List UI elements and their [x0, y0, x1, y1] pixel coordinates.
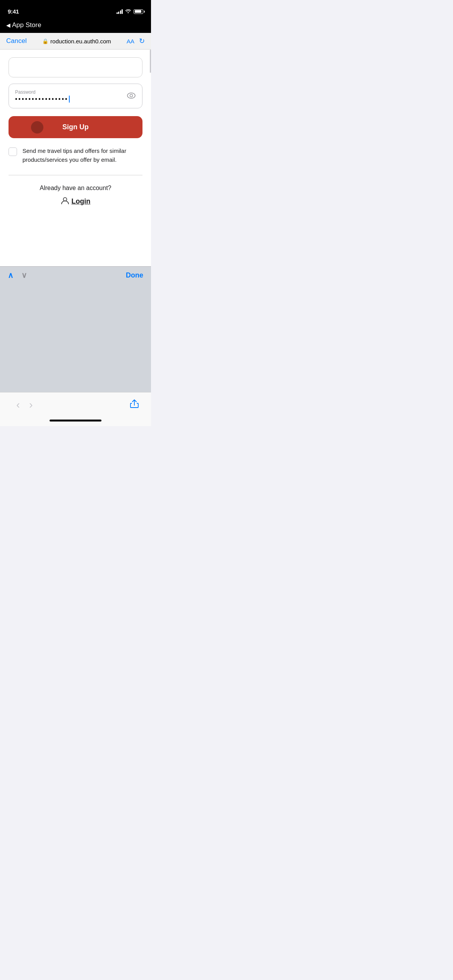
- browser-controls: AA ↻: [127, 37, 145, 45]
- login-link[interactable]: Login: [72, 197, 91, 206]
- keyboard-next-button[interactable]: ∨: [21, 271, 27, 280]
- status-icons: [117, 9, 144, 14]
- status-time: 9:41: [8, 8, 19, 15]
- signup-button[interactable]: Sign Up: [9, 116, 142, 138]
- keyboard-area: [0, 284, 151, 392]
- lock-icon: 🔒: [42, 38, 48, 44]
- keyboard-toolbar: ∧ ∨ Done: [0, 266, 151, 284]
- home-indicator: [0, 416, 151, 426]
- marketing-checkbox-row: Send me travel tips and offers for simil…: [9, 147, 142, 164]
- keyboard-nav-arrows: ∧ ∨: [8, 271, 27, 280]
- password-label: Password: [15, 89, 127, 95]
- login-row: Login: [9, 196, 142, 207]
- password-input-inner: Password ••••••••••••••••: [15, 89, 127, 103]
- browser-bar: Cancel 🔒 roduction.eu.auth0.com AA ↻: [0, 33, 151, 50]
- keyboard-prev-button[interactable]: ∧: [8, 271, 14, 280]
- signal-icon: [117, 9, 123, 14]
- appstore-navbar: ◀ App Store: [0, 18, 151, 33]
- browser-cancel-button[interactable]: Cancel: [6, 37, 27, 45]
- marketing-checkbox[interactable]: [9, 147, 17, 156]
- browser-url-container: 🔒 roduction.eu.auth0.com: [31, 38, 122, 45]
- forward-button[interactable]: ›: [24, 397, 37, 413]
- back-arrow-icon: ◀: [6, 22, 10, 28]
- marketing-label: Send me travel tips and offers for simil…: [22, 147, 142, 164]
- bottom-bar: ‹ ›: [0, 392, 151, 416]
- web-content: Password •••••••••••••••• Sign Up Send m…: [0, 50, 151, 266]
- password-toggle-icon[interactable]: [127, 92, 136, 101]
- keyboard-done-button[interactable]: Done: [126, 271, 143, 279]
- already-account-text: Already have an account?: [9, 185, 142, 192]
- refresh-icon[interactable]: ↻: [139, 37, 145, 45]
- section-divider: [9, 175, 142, 175]
- svg-point-1: [130, 94, 133, 97]
- wifi-icon: [125, 9, 131, 14]
- share-button[interactable]: [129, 399, 139, 411]
- battery-icon: [134, 9, 143, 14]
- browser-aa-button[interactable]: AA: [127, 38, 134, 45]
- password-dots: ••••••••••••••••: [15, 96, 69, 103]
- status-bar: 9:41: [0, 0, 151, 18]
- back-button[interactable]: ‹: [12, 397, 24, 413]
- user-icon: [61, 196, 69, 207]
- already-account-section: Already have an account? Login: [9, 185, 142, 207]
- svg-point-2: [63, 198, 67, 201]
- email-field-partial[interactable]: [9, 57, 142, 77]
- button-ripple: [31, 121, 43, 134]
- signup-button-label: Sign Up: [62, 123, 89, 131]
- password-field[interactable]: Password ••••••••••••••••: [9, 84, 142, 108]
- browser-url[interactable]: roduction.eu.auth0.com: [50, 38, 111, 45]
- password-value: ••••••••••••••••: [15, 96, 127, 103]
- home-bar: [50, 420, 101, 421]
- scrollbar[interactable]: [150, 50, 151, 73]
- cursor: [69, 96, 70, 103]
- svg-point-0: [127, 93, 135, 98]
- appstore-back-label[interactable]: App Store: [12, 21, 41, 29]
